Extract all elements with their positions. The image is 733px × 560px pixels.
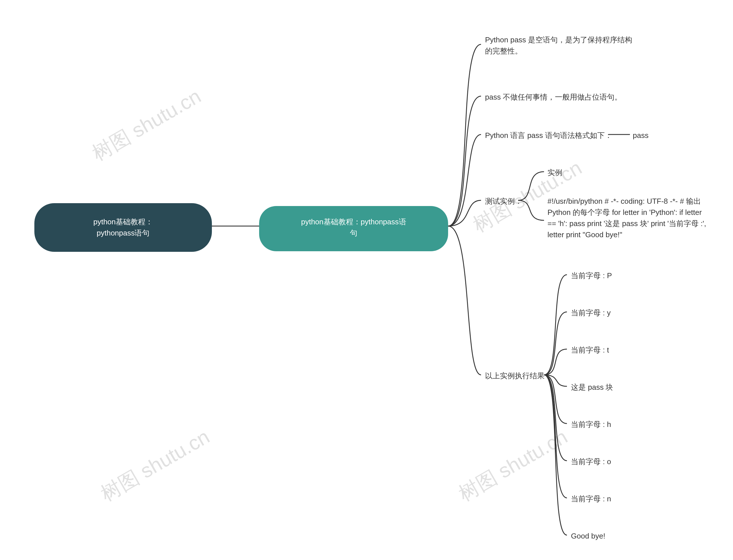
sub-node[interactable]: python基础教程：pythonpass语 句 (259, 206, 448, 251)
leaf-test-example[interactable]: 测试实例： (485, 196, 522, 207)
root-line1: python基础教程： (54, 216, 192, 227)
root-line2: pythonpass语句 (54, 227, 192, 239)
leaf-output-t[interactable]: 当前字母 : t (571, 345, 609, 356)
watermark: 树图 shutu.cn (454, 424, 572, 507)
leaf-syntax-pass[interactable]: pass (633, 130, 649, 141)
connector-lines (0, 0, 733, 560)
watermark: 树图 shutu.cn (87, 83, 206, 167)
leaf-output-P[interactable]: 当前字母 : P (571, 270, 612, 281)
leaf-output-o[interactable]: 当前字母 : o (571, 456, 611, 467)
leaf-pass-placeholder[interactable]: pass 不做任何事情，一般用做占位语句。 (485, 92, 622, 103)
root-node[interactable]: python基础教程： pythonpass语句 (34, 203, 212, 252)
sub-line2: 句 (278, 227, 429, 239)
leaf-example-code[interactable]: #!/usr/bin/python # -*- coding: UTF-8 -*… (548, 196, 708, 240)
leaf-output-h[interactable]: 当前字母 : h (571, 419, 611, 430)
leaf-pass-empty-statement[interactable]: Python pass 是空语句，是为了保持程序结构的完整性。 (485, 34, 634, 57)
sub-line1: python基础教程：pythonpass语 (278, 216, 429, 227)
leaf-syntax-format[interactable]: Python 语言 pass 语句语法格式如下： (485, 130, 612, 141)
leaf-example-title[interactable]: 实例 (548, 167, 562, 178)
leaf-output-goodbye[interactable]: Good bye! (571, 531, 605, 542)
leaf-output-pass-block[interactable]: 这是 pass 块 (571, 382, 613, 393)
leaf-output-y[interactable]: 当前字母 : y (571, 307, 611, 318)
leaf-output-n[interactable]: 当前字母 : n (571, 493, 611, 504)
leaf-output-title[interactable]: 以上实例执行结果： (485, 370, 552, 381)
watermark: 树图 shutu.cn (96, 424, 214, 507)
